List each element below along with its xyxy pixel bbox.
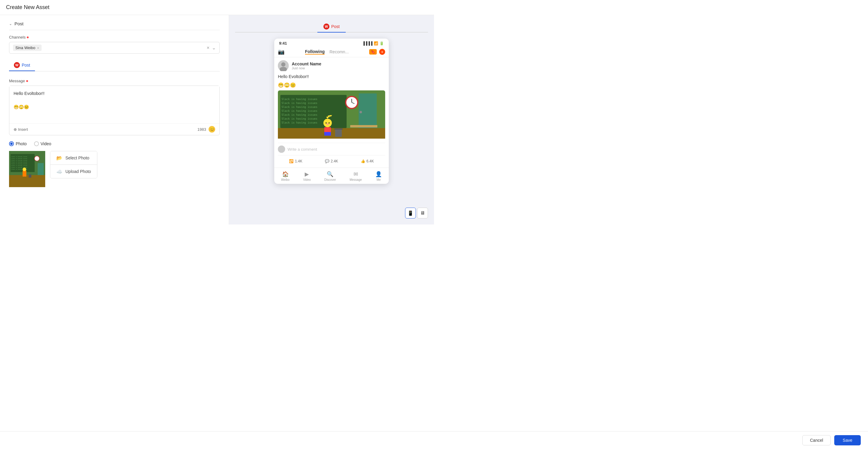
svg-text:Slack is having issues: Slack is having issues	[281, 113, 317, 116]
post-emojis: 😁🙄😐	[278, 82, 385, 88]
comment-box: Write a comment	[278, 143, 385, 156]
svg-rect-15	[29, 174, 31, 178]
post-time: Just now	[292, 66, 385, 70]
bottom-nav-discover-label: Discover	[324, 178, 336, 182]
channel-select[interactable]: Sina Weibo × × ⌄	[9, 42, 220, 54]
chevron-down-icon[interactable]: ⌄	[212, 45, 216, 51]
radio-photo-inner	[10, 142, 13, 145]
bottom-nav-weibo-label: Weibo	[281, 178, 289, 182]
repost-count: 1.4K	[295, 159, 302, 163]
char-count-area: 1983 😊	[197, 126, 215, 133]
desktop-view-button[interactable]: 🖥	[417, 207, 428, 219]
comment-count: 2.4K	[331, 159, 338, 163]
preview-tab-post[interactable]: W Post	[317, 21, 346, 33]
svg-text:Slack is having issues: Slack is having issues	[281, 109, 317, 113]
svg-point-42	[329, 122, 330, 124]
radio-video-label: Video	[41, 141, 52, 146]
weibo-nav-following[interactable]: Following	[305, 49, 324, 55]
phone-time: 9:41	[279, 41, 287, 45]
upload-photo-label: Upload Photo	[65, 169, 91, 174]
message-footer: ⊕ Insert 1983 😊	[9, 123, 219, 135]
phone-mockup: 9:41 ▐▐▐▐ 📶 🔋 📷 Following Recomn... 🔖 +	[274, 39, 389, 184]
bottom-nav-weibo[interactable]: 🏠 Weibo	[281, 171, 289, 182]
repost-action[interactable]: 🔁 1.4K	[289, 159, 302, 163]
message-input[interactable]: Hello Evoltobor!! 😁🙄😐	[9, 86, 219, 122]
main-layout: ⌄ Post Channels Sina Weibo × × ⌄ W	[0, 15, 434, 224]
upload-photo-button[interactable]: ☁️ Upload Photo	[50, 165, 97, 178]
signal-icon: ▐▐▐▐	[362, 41, 373, 45]
plus-icon-weibo[interactable]: +	[379, 49, 385, 55]
avatar	[278, 60, 289, 71]
radio-photo-circle	[9, 141, 14, 146]
svg-text:Slack is having issues: Slack is having issues	[11, 159, 28, 161]
comment-action[interactable]: 💬 2.4K	[325, 159, 338, 163]
comment-avatar	[278, 146, 285, 153]
post-author: Account Name	[292, 62, 385, 66]
section-header: ⌄ Post	[9, 21, 220, 30]
preview-tab-label: Post	[331, 24, 340, 29]
post-actions: 🔁 1.4K 💬 2.4K 👍 6.4K	[278, 158, 385, 164]
repost-icon: 🔁	[289, 159, 293, 163]
emoji-button[interactable]: 😊	[209, 126, 215, 133]
weibo-nav-recommended[interactable]: Recomn...	[330, 50, 349, 54]
like-action[interactable]: 👍 6.4K	[361, 159, 374, 163]
comment-icon: 💬	[325, 159, 330, 163]
weibo-bottom-nav: 🏠 Weibo ▶ Video 🔍 Discover ✉ Message 👤	[274, 167, 389, 184]
svg-rect-47	[334, 128, 343, 130]
post-tabs: W Post	[9, 60, 220, 71]
svg-text:Slack is having issues: Slack is having issues	[281, 98, 317, 101]
preview-weibo-icon: W	[323, 24, 330, 30]
tab-post[interactable]: W Post	[9, 60, 35, 71]
camera-icon[interactable]: 📷	[278, 49, 284, 55]
discover-icon: 🔍	[327, 171, 333, 178]
insert-button[interactable]: ⊕ Insert	[13, 127, 28, 132]
preview-tabs: W Post	[235, 21, 428, 33]
svg-point-18	[281, 62, 285, 67]
select-photo-button[interactable]: 📂 Select Photo	[50, 151, 97, 165]
bottom-nav-discover[interactable]: 🔍 Discover	[324, 171, 336, 182]
page-title: Create New Asset	[0, 0, 434, 15]
bookmark-icon[interactable]: 🔖	[369, 49, 377, 55]
battery-icon: 🔋	[379, 41, 384, 45]
media-type-selector: Photo Video	[9, 141, 220, 146]
svg-text:Slack is having issues: Slack is having issues	[281, 117, 317, 120]
radio-photo[interactable]: Photo	[9, 141, 27, 146]
svg-text:Slack is having issues: Slack is having issues	[11, 156, 28, 157]
photo-thumbnail: Slack is having issues Slack is having i…	[9, 151, 45, 187]
channel-controls: × ⌄	[207, 45, 216, 51]
photo-area: Slack is having issues Slack is having i…	[9, 151, 220, 187]
channels-label: Channels	[9, 35, 220, 39]
post-header: Account Name Just now	[278, 60, 385, 71]
required-indicator	[27, 36, 29, 38]
wifi-icon: 📶	[374, 41, 378, 45]
radio-video-circle	[34, 141, 39, 146]
collapse-icon[interactable]: ⌄	[9, 22, 12, 26]
bottom-nav-video[interactable]: ▶ Video	[303, 171, 311, 182]
svg-point-14	[23, 167, 26, 171]
radio-video[interactable]: Video	[34, 141, 52, 146]
me-icon: 👤	[375, 171, 382, 178]
select-photo-label: Select Photo	[65, 156, 89, 160]
bottom-nav-message[interactable]: ✉ Message	[350, 171, 362, 182]
bottom-nav-me[interactable]: 👤 Me	[375, 171, 382, 182]
svg-text:Slack is having issues: Slack is having issues	[281, 105, 317, 108]
message-required	[26, 80, 28, 82]
channel-tags: Sina Weibo ×	[13, 44, 207, 51]
weibo-nav-actions: 🔖 +	[369, 49, 385, 55]
section-label: Post	[14, 21, 24, 26]
weibo-nav-center: Following Recomn...	[305, 49, 349, 55]
comment-placeholder[interactable]: Write a comment	[287, 147, 385, 152]
phone-status-bar: 9:41 ▐▐▐▐ 📶 🔋	[274, 39, 389, 47]
like-icon: 👍	[361, 159, 365, 163]
svg-rect-45	[324, 132, 331, 136]
char-count: 1983	[197, 127, 206, 132]
radio-photo-label: Photo	[16, 141, 27, 146]
upload-photo-icon: ☁️	[56, 168, 62, 174]
channel-tag-remove[interactable]: ×	[37, 46, 39, 50]
svg-text:Slack is having issues: Slack is having issues	[11, 161, 28, 163]
channel-tag-sina-weibo: Sina Weibo ×	[13, 44, 41, 51]
clear-channels-icon[interactable]: ×	[207, 45, 210, 51]
mobile-view-button[interactable]: 📱	[405, 207, 416, 219]
svg-rect-16	[38, 163, 44, 175]
svg-rect-46	[335, 129, 342, 137]
